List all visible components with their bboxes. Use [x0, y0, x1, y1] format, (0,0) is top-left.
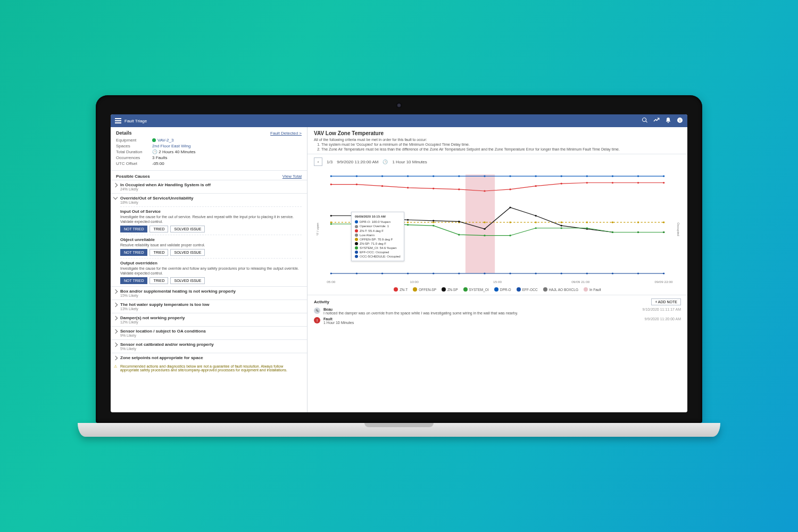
legend-item[interactable]: EFF-OCC — [517, 287, 538, 292]
svg-point-78 — [509, 273, 511, 275]
camera-dot — [396, 103, 402, 108]
svg-point-63 — [484, 176, 485, 177]
laptop-deck — [78, 423, 720, 437]
legend-item[interactable]: In Fault — [584, 287, 601, 292]
cause-item[interactable]: Override/Out of Service/Unreliability 18… — [111, 193, 307, 286]
equipment-link[interactable]: VAV-2_3 — [157, 138, 173, 143]
chart-tooltip: 09/09/2020 10:15 AMDPR-O: 100.0 %openOpe… — [351, 212, 404, 261]
svg-point-52 — [561, 227, 562, 229]
chevron-icon — [113, 329, 118, 334]
svg-point-60 — [407, 176, 409, 177]
cause-item[interactable]: In Occupied when Air Handling System is … — [111, 180, 307, 193]
legend-item[interactable]: ZN-SP — [442, 287, 458, 292]
sub-cause-desc: Investigate the cause for the override a… — [120, 266, 302, 276]
series-ZN-T — [331, 183, 663, 192]
view-total-link[interactable]: View Total — [282, 174, 302, 179]
svg-point-35 — [484, 228, 485, 230]
cause-title: Damper(s) not working properly — [120, 315, 302, 320]
cause-item[interactable]: Sensor location / subject to OA conditio… — [111, 326, 307, 339]
cause-likelihood: 12% Likely — [120, 320, 302, 324]
svg-point-38 — [561, 225, 562, 227]
svg-point-74 — [407, 273, 409, 275]
svg-point-19 — [433, 222, 434, 223]
svg-point-32 — [407, 219, 409, 221]
svg-point-37 — [535, 215, 536, 217]
cause-action-button[interactable]: NOT TRIED — [120, 226, 147, 232]
svg-point-75 — [433, 273, 434, 275]
left-panel: Details Fault Detected > EquipmentVAV-2_… — [111, 127, 307, 412]
pager-timestamp: 9/9/2020 11:20:00 AM — [337, 160, 378, 164]
svg-point-28 — [663, 222, 664, 223]
cause-item[interactable]: Sensor not calibrated and/or working pro… — [111, 339, 307, 353]
activity-item: ✎ BeauI noticed the damper was on overri… — [314, 307, 681, 315]
legend-item[interactable]: DPR-O — [494, 287, 511, 292]
svg-point-62 — [458, 176, 460, 177]
y-left-label: °F / open — [316, 223, 319, 236]
svg-point-27 — [637, 222, 639, 223]
svg-point-34 — [458, 221, 460, 222]
cause-action-button[interactable]: SOLVED ISSUE — [170, 249, 205, 256]
svg-point-61 — [433, 176, 434, 177]
cause-title: In Occupied when Air Handling System is … — [120, 182, 302, 187]
svg-point-51 — [535, 227, 536, 229]
bell-icon[interactable] — [665, 117, 671, 124]
search-icon[interactable] — [642, 117, 648, 124]
cause-item[interactable]: Zone setpoints not appropriate for space — [111, 353, 307, 362]
svg-point-4 — [407, 187, 409, 188]
details-section: Details Fault Detected > EquipmentVAV-2_… — [111, 127, 307, 171]
svg-point-50 — [509, 235, 511, 236]
svg-point-82 — [612, 273, 613, 275]
svg-point-21 — [484, 222, 485, 223]
spaces-link[interactable]: 2nd Floor East Wing — [152, 144, 190, 148]
causes-header: Possible Causes View Total — [111, 171, 307, 180]
chart-icon[interactable] — [653, 117, 660, 124]
cause-likelihood: 18% Likely — [120, 201, 302, 204]
svg-point-55 — [637, 231, 639, 233]
svg-point-57 — [330, 176, 332, 177]
cause-item[interactable]: Damper(s) not working properly 12% Likel… — [111, 313, 307, 326]
chart-legend: ZN-TOFFEN-SPZN-SPSYSTEM_OIDPR-OEFF-OCCHA… — [307, 287, 687, 292]
cause-action-button[interactable]: SOLVED ISSUE — [170, 226, 205, 232]
cause-title: Sensor location / subject to OA conditio… — [120, 329, 302, 334]
chevron-icon — [113, 289, 118, 294]
activity-heading: Activity — [314, 300, 329, 304]
add-note-button[interactable]: + ADD NOTE — [651, 298, 681, 305]
svg-text:05:00: 05:00 — [327, 280, 336, 284]
cause-action-button[interactable]: TRIED — [149, 249, 168, 256]
svg-text:10:00: 10:00 — [410, 280, 419, 284]
pager-prev[interactable]: ‹ — [314, 157, 322, 166]
cause-action-button[interactable]: TRIED — [149, 226, 168, 232]
fault-detected-link[interactable]: Fault Detected > — [270, 131, 302, 136]
cause-item[interactable]: The hot water supply temperature is too … — [111, 300, 307, 313]
svg-point-65 — [535, 176, 536, 177]
svg-point-72 — [356, 273, 358, 275]
trend-chart[interactable]: °F / open Occupied 05:0010:0015:0009/09 … — [314, 169, 681, 286]
cause-action-button[interactable]: NOT TRIED — [120, 249, 147, 256]
cause-item[interactable]: Box and/or supplemental heating is not w… — [111, 286, 307, 300]
svg-point-73 — [381, 273, 383, 275]
cause-likelihood: 15% Likely — [120, 294, 302, 297]
svg-point-23 — [535, 222, 536, 223]
cause-action-button[interactable]: SOLVED ISSUE — [170, 277, 205, 284]
menu-icon[interactable] — [115, 118, 121, 123]
svg-point-26 — [612, 222, 613, 223]
legend-item[interactable]: SYSTEM_OI — [463, 287, 489, 292]
cause-action-button[interactable]: TRIED — [149, 277, 168, 284]
svg-point-77 — [484, 273, 485, 275]
svg-text:09/09 22:00: 09/09 22:00 — [655, 280, 674, 284]
svg-point-79 — [535, 273, 536, 275]
svg-point-12 — [612, 182, 613, 184]
svg-point-5 — [433, 188, 434, 189]
cause-action-button[interactable]: NOT TRIED — [120, 277, 147, 284]
svg-point-46 — [407, 224, 409, 226]
legend-item[interactable]: ZN-T — [394, 287, 408, 292]
svg-point-10 — [561, 183, 562, 185]
info-icon[interactable] — [677, 117, 683, 124]
causes-scroll[interactable]: In Occupied when Air Handling System is … — [111, 180, 307, 412]
cause-likelihood: 24% Likely — [120, 187, 302, 191]
legend-item[interactable]: HAJL AO BOXCLG — [543, 287, 578, 292]
legend-item[interactable]: OFFEN-SP — [413, 287, 436, 292]
details-heading: Details — [116, 130, 132, 136]
svg-point-71 — [330, 273, 332, 275]
sub-cause-desc: Investigate the cause for the out of ser… — [120, 214, 302, 224]
